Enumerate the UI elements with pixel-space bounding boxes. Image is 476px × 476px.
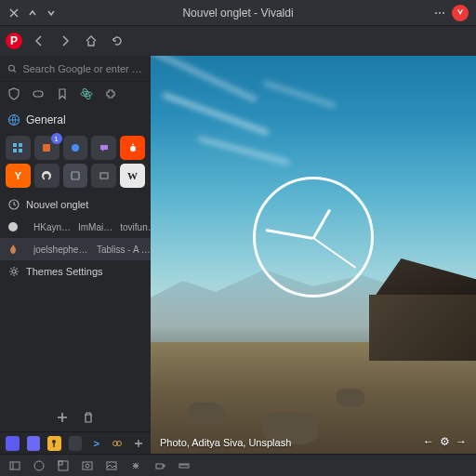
navigation-toolbar: P [0,26,476,56]
panel-toolbar [0,82,151,108]
controller-icon[interactable] [32,87,46,102]
svg-rect-18 [72,172,79,179]
tile-office[interactable] [34,136,60,160]
svg-rect-4 [33,91,43,97]
status-panel-toggle-icon[interactable] [7,458,22,473]
trash-button[interactable] [82,411,95,424]
svg-rect-9 [13,143,17,147]
tile-github[interactable] [34,164,60,188]
forward-button[interactable] [56,32,74,50]
status-tiling-icon[interactable] [80,458,95,473]
page-controls: ← ⚙ → [423,435,467,448]
tile-ycombinator[interactable]: Y [6,164,31,188]
home-button[interactable] [82,32,100,50]
tile-site[interactable] [91,164,116,188]
speed-dial-tiles: Y W [0,132,151,192]
svg-point-31 [86,464,89,468]
shield-icon[interactable] [7,87,22,102]
settings-bg-icon[interactable]: ⚙ [440,435,450,448]
sidebar-panel: Search Google or enter an a… General Y [0,56,151,454]
panel-add-icon[interactable] [131,436,145,451]
window-title: Nouvel onglet - Vivaldi [182,7,293,20]
sub-tabliss: Tabliss - A b… [97,245,152,255]
panel-icon-1[interactable] [6,436,20,451]
globe-icon [7,113,20,126]
svg-rect-10 [19,143,22,147]
general-section-header[interactable]: General [0,108,151,132]
svg-rect-12 [19,149,22,152]
group-nouvel-onglet[interactable]: Nouvel onglet [0,193,151,216]
status-sync-icon[interactable] [32,458,46,473]
panel-icon-5[interactable]: > [89,436,103,451]
svg-rect-26 [10,462,20,469]
next-bg-button[interactable]: → [456,435,467,448]
svg-rect-19 [100,173,108,178]
address-placeholder: Search Google or enter an a… [22,63,143,74]
sub-joelshepher: joelshepher… [33,245,89,255]
themes-settings-label: Themes Settings [26,266,103,277]
sidebar-bottom-actions [0,403,151,431]
status-break-icon[interactable] [152,458,167,473]
sub-immai: ImMai… [78,222,112,232]
atom-icon[interactable] [80,87,95,102]
svg-rect-28 [59,461,68,470]
page-content: Photo, Aditya Siva, Unsplash ← ⚙ → [151,56,476,454]
tile-chat[interactable] [91,136,116,160]
back-button[interactable] [30,32,48,50]
svg-point-1 [439,12,441,14]
panel-icon-2[interactable] [27,436,41,451]
tile-reddit[interactable] [120,136,145,160]
group-label: Nouvel onglet [26,199,88,210]
pinterest-tab-icon[interactable]: P [6,33,22,49]
bookmark-toolbar-icon[interactable] [56,87,71,102]
status-actions-icon[interactable] [128,458,143,473]
extensions-icon[interactable] [104,87,119,102]
reload-button[interactable] [108,32,126,50]
vivaldi-menu-icon[interactable] [452,5,469,21]
analog-clock [253,177,374,298]
svg-rect-33 [156,464,163,469]
clock-second-hand [313,237,357,268]
prev-bg-button[interactable]: ← [423,435,434,448]
svg-point-21 [8,222,18,231]
tile-app[interactable] [63,164,88,188]
window-chevron-up-icon[interactable] [26,7,39,20]
clock-icon [7,198,20,211]
status-capture-icon[interactable] [56,458,71,473]
svg-rect-30 [83,462,92,469]
window-close-icon[interactable] [7,7,20,20]
svg-point-2 [443,12,444,14]
panel-icon-3[interactable] [47,436,61,451]
address-bar[interactable]: Search Google or enter an a… [0,56,151,82]
svg-rect-29 [59,461,62,465]
panel-icon-6[interactable] [111,436,125,451]
svg-point-16 [132,144,134,146]
titlebar: Nouvel onglet - Vivaldi [0,0,476,26]
svg-point-27 [34,461,44,470]
fire-icon [7,243,19,256]
gear-icon [7,265,20,278]
panel-strip: > [0,431,151,454]
svg-point-14 [72,144,79,152]
status-ruler-icon[interactable] [177,458,192,473]
panel-icon-4[interactable] [69,436,83,451]
group-subitems-row[interactable]: HKayn… ImMai… tovifun… [0,216,151,238]
tile-wikipedia[interactable]: W [120,164,145,188]
window-chevron-down-icon[interactable] [45,7,58,20]
svg-point-23 [52,440,56,443]
status-bar [0,454,476,476]
more-icon[interactable] [433,7,446,20]
tile-windows[interactable] [6,136,31,160]
sub-hkayn: HKayn… [33,222,71,232]
general-section-label: General [26,113,66,126]
add-button[interactable] [56,411,69,424]
item-themes-settings[interactable]: Themes Settings [0,260,151,283]
svg-point-3 [8,65,14,71]
svg-point-5 [86,93,88,96]
photo-credit: Photo, Aditya Siva, Unsplash [160,437,291,448]
item-tabliss[interactable]: joelshepher… Tabliss - A b… [0,238,151,260]
tile-messenger[interactable] [63,136,88,160]
status-images-icon[interactable] [104,458,119,473]
github-fav-icon [7,220,19,233]
svg-rect-11 [13,149,17,152]
